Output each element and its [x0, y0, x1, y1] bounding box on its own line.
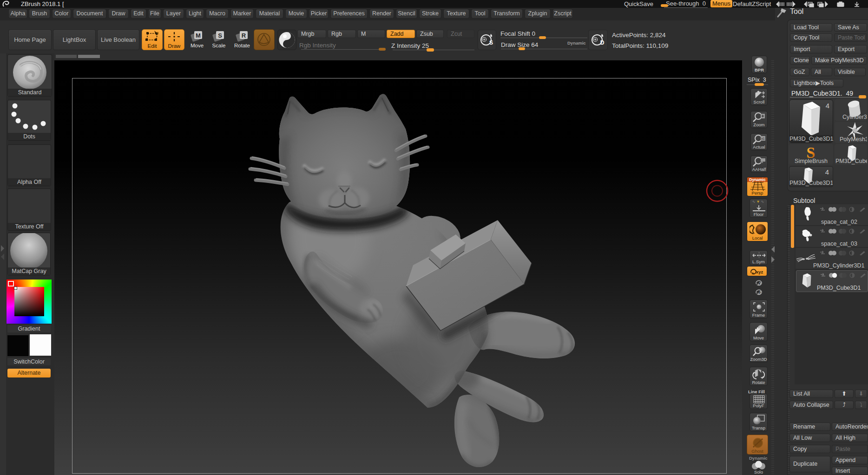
svg-text:z: z — [759, 290, 762, 294]
svg-text:S: S — [489, 39, 493, 46]
svg-text:D: D — [600, 39, 605, 46]
svg-text:xyz: xyz — [756, 269, 763, 274]
svg-text:R: R — [242, 32, 246, 39]
svg-text:M: M — [196, 32, 201, 39]
svg-text:S: S — [218, 32, 222, 39]
svg-text:x1: x1 — [761, 137, 765, 140]
svg-text:y: y — [759, 280, 762, 285]
